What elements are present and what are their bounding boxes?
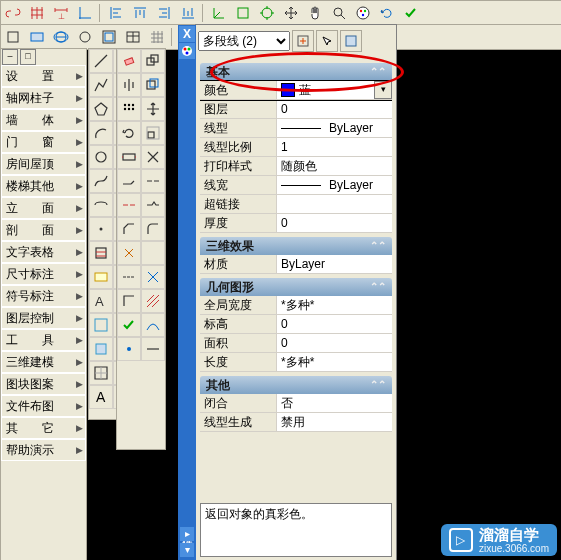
zoom-icon[interactable] <box>328 2 350 24</box>
close-icon[interactable]: X <box>179 26 195 42</box>
check-tool[interactable] <box>117 313 141 337</box>
collapse-icon[interactable]: ⌃⌃ <box>370 376 386 394</box>
category-item[interactable]: 门 窗▶ <box>1 131 86 153</box>
property-row[interactable]: 线型比例1 <box>200 138 392 157</box>
property-row[interactable]: 标高0 <box>200 315 392 334</box>
align-top-icon[interactable] <box>129 2 151 24</box>
category-item[interactable]: 房间屋顶▶ <box>1 153 86 175</box>
scale-tool[interactable] <box>141 121 165 145</box>
break2-tool[interactable] <box>117 193 141 217</box>
property-value[interactable] <box>277 195 392 213</box>
property-row[interactable]: 线型生成禁用 <box>200 413 392 432</box>
mtext-tool[interactable]: A <box>89 289 113 313</box>
collapse-icon[interactable]: ⌃⌃ <box>370 237 386 255</box>
hatch-tool[interactable] <box>89 241 113 265</box>
break-tool[interactable] <box>141 169 165 193</box>
globe-icon[interactable] <box>50 26 72 48</box>
join-tool[interactable] <box>141 193 165 217</box>
category-item[interactable]: 工 具▶ <box>1 329 86 351</box>
category-item[interactable]: 符号标注▶ <box>1 285 86 307</box>
menu-icon[interactable]: ▾ <box>180 543 194 557</box>
line2-tool[interactable] <box>141 337 165 361</box>
axis-blue-icon[interactable] <box>74 2 96 24</box>
property-row[interactable]: 长度*多种* <box>200 353 392 372</box>
line-tool[interactable] <box>89 49 113 73</box>
fillet-tool[interactable] <box>141 217 165 241</box>
auto-hide-icon[interactable]: ▸ <box>180 527 194 541</box>
offset-tool[interactable] <box>141 73 165 97</box>
spline-tool[interactable] <box>89 169 113 193</box>
property-row[interactable]: 全局宽度*多种* <box>200 296 392 315</box>
coord-sys-icon[interactable] <box>208 2 230 24</box>
align-bottom-icon[interactable] <box>177 2 199 24</box>
toggle-pickadd-icon[interactable] <box>340 30 362 52</box>
mirror-tool[interactable] <box>117 73 141 97</box>
grid-red-icon[interactable] <box>26 2 48 24</box>
A-tool[interactable]: A <box>89 385 113 409</box>
explode-tool[interactable] <box>117 241 141 265</box>
group-header[interactable]: 几何图形⌃⌃ <box>200 278 392 296</box>
category-item[interactable]: 墙 体▶ <box>1 109 86 131</box>
property-value[interactable]: *多种* <box>277 353 392 371</box>
rotate-tool[interactable] <box>117 121 141 145</box>
cross-tool[interactable] <box>141 265 165 289</box>
box-icon[interactable] <box>2 26 24 48</box>
snap-icon[interactable] <box>256 2 278 24</box>
move-tool[interactable] <box>141 97 165 121</box>
region-tool[interactable] <box>89 265 113 289</box>
property-row[interactable]: 材质ByLayer <box>200 255 392 274</box>
property-value[interactable]: 否 <box>277 394 392 412</box>
align-right-icon[interactable] <box>153 2 175 24</box>
category-item[interactable]: 设 置▶ <box>1 65 86 87</box>
move-icon[interactable] <box>280 2 302 24</box>
collapse-icon[interactable]: ⌃⌃ <box>370 278 386 296</box>
chamfer-tool[interactable] <box>117 217 141 241</box>
object-type-selector[interactable]: 多段线 (2) <box>198 31 290 51</box>
group-header[interactable]: 其他⌃⌃ <box>200 376 392 394</box>
property-row[interactable]: 超链接 <box>200 195 392 214</box>
stretch-tool[interactable] <box>117 145 141 169</box>
category-item[interactable]: 三维建模▶ <box>1 351 86 373</box>
viewport-icon[interactable] <box>98 26 120 48</box>
property-value[interactable]: 0 <box>277 315 392 333</box>
category-item[interactable]: 立 面▶ <box>1 197 86 219</box>
minimize-icon[interactable]: – <box>2 49 18 65</box>
plane-icon[interactable] <box>232 2 254 24</box>
earc-tool[interactable] <box>89 193 113 217</box>
pan-icon[interactable] <box>304 2 326 24</box>
corner-tool[interactable] <box>117 289 141 313</box>
tool1-tool[interactable] <box>89 313 113 337</box>
property-row[interactable]: 颜色蓝▾ <box>200 81 392 100</box>
property-row[interactable]: 线宽ByLayer <box>200 176 392 195</box>
array-tool[interactable] <box>117 97 141 121</box>
group-header[interactable]: 基本⌃⌃ <box>200 63 392 81</box>
category-item[interactable]: 尺寸标注▶ <box>1 263 86 285</box>
property-value[interactable]: ByLayer <box>277 176 392 194</box>
arc-tool[interactable] <box>89 121 113 145</box>
property-row[interactable]: 图层0 <box>200 100 392 119</box>
hatch2-tool[interactable] <box>141 289 165 313</box>
category-item[interactable]: 文件布图▶ <box>1 395 86 417</box>
copy-tool[interactable] <box>141 49 165 73</box>
property-row[interactable]: 打印样式随颜色 <box>200 157 392 176</box>
table-icon[interactable] <box>122 26 144 48</box>
category-item[interactable]: 图层控制▶ <box>1 307 86 329</box>
property-row[interactable]: 闭合否 <box>200 394 392 413</box>
view-icon[interactable] <box>26 26 48 48</box>
dropdown-icon[interactable]: ▾ <box>374 81 392 99</box>
property-value[interactable]: ByLayer <box>277 255 392 273</box>
link-icon[interactable] <box>2 2 24 24</box>
extend-tool[interactable] <box>117 169 141 193</box>
circle-tool[interactable] <box>89 145 113 169</box>
circle-icon[interactable] <box>74 26 96 48</box>
category-item[interactable]: 图块图案▶ <box>1 373 86 395</box>
group-header[interactable]: 三维效果⌃⌃ <box>200 237 392 255</box>
category-item[interactable]: 剖 面▶ <box>1 219 86 241</box>
property-value[interactable]: 0 <box>277 214 392 232</box>
property-value[interactable]: ByLayer <box>277 119 392 137</box>
property-value[interactable]: *多种* <box>277 296 392 314</box>
property-value[interactable]: 随颜色 <box>277 157 392 175</box>
redraw-icon[interactable] <box>376 2 398 24</box>
tool3-tool[interactable] <box>89 337 113 361</box>
align-left-icon[interactable] <box>105 2 127 24</box>
